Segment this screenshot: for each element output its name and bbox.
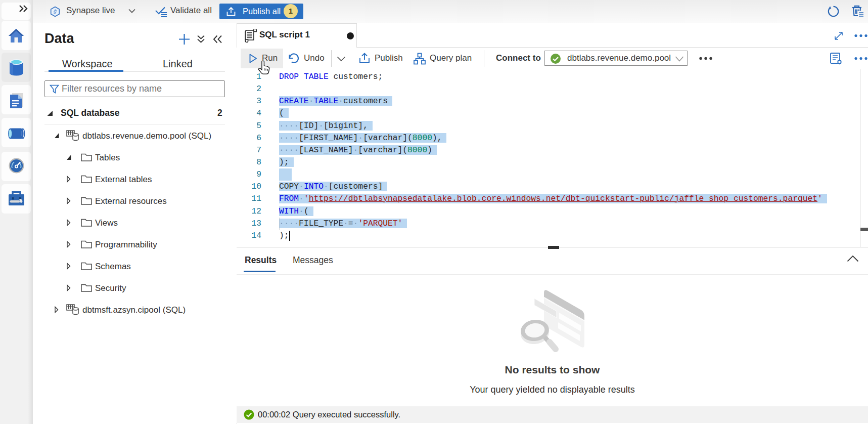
svg-text:dbtmsft.azsyn.cipool (SQL): dbtmsft.azsyn.cipool (SQL) (82, 305, 186, 315)
svg-text:dbtlabs.revenue.demo.pool (SQL: dbtlabs.revenue.demo.pool (SQL) (82, 131, 211, 141)
svg-text:Security: Security (95, 283, 126, 293)
svg-text:Schemas: Schemas (95, 262, 131, 271)
svg-text:External tables: External tables (95, 175, 152, 184)
svg-text:Tables: Tables (95, 153, 120, 162)
svg-text:Views: Views (95, 218, 118, 228)
svg-text:External resources: External resources (95, 196, 167, 206)
svg-text:Programmability: Programmability (95, 240, 157, 249)
